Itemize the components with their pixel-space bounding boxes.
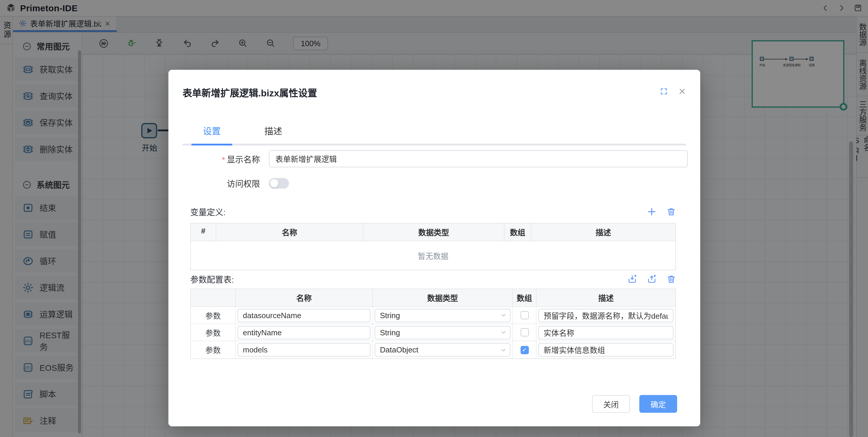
param-type: 参数 bbox=[191, 324, 236, 341]
tab-settings[interactable]: 设置 bbox=[191, 124, 232, 144]
tab-active-indicator bbox=[191, 144, 232, 145]
display-name-label: *显示名称 bbox=[183, 153, 260, 165]
display-name-row: *显示名称 bbox=[183, 150, 688, 167]
properties-modal: 表单新增扩展逻辑.bizx属性设置 设置 描述 *显示名称 访问权限 变量定义: bbox=[168, 70, 700, 426]
close-button[interactable]: 关闭 bbox=[592, 395, 630, 413]
params-label: 参数配置表: bbox=[190, 273, 234, 285]
variables-header-row: # 名称 数据类型 数组 描述 bbox=[191, 224, 675, 241]
param-array-checkbox[interactable] bbox=[520, 328, 529, 337]
variables-label: 变量定义: bbox=[190, 206, 226, 217]
chevron-down-icon bbox=[500, 312, 506, 318]
import-icon[interactable] bbox=[627, 274, 637, 284]
col-name: 名称 bbox=[236, 289, 373, 307]
param-row: 参数 String bbox=[191, 324, 675, 341]
col-array: 数组 bbox=[505, 224, 531, 241]
params-header-row: 名称 数据类型 数组 描述 bbox=[191, 289, 675, 307]
access-toggle[interactable] bbox=[269, 178, 289, 188]
chevron-down-icon bbox=[500, 347, 506, 353]
col-description: 描述 bbox=[531, 224, 675, 241]
confirm-button[interactable]: 确定 bbox=[639, 395, 677, 413]
params-section-head: 参数配置表: bbox=[190, 273, 676, 285]
param-datatype-select[interactable]: String bbox=[375, 309, 510, 322]
close-icon[interactable] bbox=[678, 88, 686, 95]
col-type bbox=[191, 289, 236, 307]
variables-actions bbox=[647, 207, 676, 216]
access-label: 访问权限 bbox=[183, 177, 260, 189]
primeton-ide-app: Primeton-IDE 资源 表单新增扩展逻辑.bizx bbox=[0, 0, 868, 437]
param-name-input[interactable] bbox=[238, 309, 370, 322]
access-row: 访问权限 bbox=[183, 177, 289, 189]
col-datatype: 数据类型 bbox=[363, 224, 505, 241]
param-array-checkbox[interactable] bbox=[520, 311, 529, 319]
param-desc-input[interactable] bbox=[538, 309, 674, 322]
param-row: 参数 DataObject bbox=[191, 341, 675, 358]
param-datatype-select[interactable]: String bbox=[375, 325, 510, 339]
modal-window-buttons bbox=[660, 88, 686, 95]
fullscreen-icon[interactable] bbox=[660, 88, 668, 95]
export-icon[interactable] bbox=[647, 274, 656, 284]
params-table: 名称 数据类型 数组 描述 参数 String 参数 String 参数 bbox=[190, 289, 676, 359]
required-mark: * bbox=[222, 155, 225, 164]
modal-title: 表单新增扩展逻辑.bizx属性设置 bbox=[183, 85, 317, 99]
display-name-input[interactable] bbox=[269, 150, 688, 167]
param-desc-input[interactable] bbox=[538, 343, 674, 356]
param-array-checkbox[interactable] bbox=[520, 346, 529, 354]
delete-param-icon[interactable] bbox=[666, 274, 676, 284]
col-name: 名称 bbox=[216, 224, 363, 241]
empty-state: 暂无数据 bbox=[191, 241, 675, 270]
param-name-input[interactable] bbox=[238, 325, 370, 339]
screen: Primeton-IDE 资源 表单新增扩展逻辑.bizx bbox=[0, 0, 868, 437]
col-datatype: 数据类型 bbox=[373, 289, 513, 307]
modal-footer: 关闭 确定 bbox=[592, 395, 677, 413]
param-row: 参数 String bbox=[191, 307, 675, 324]
param-name-input[interactable] bbox=[238, 343, 370, 356]
param-type: 参数 bbox=[191, 307, 236, 324]
tab-description[interactable]: 描述 bbox=[253, 124, 294, 144]
variables-section-head: 变量定义: bbox=[190, 206, 676, 217]
tab-track bbox=[183, 144, 686, 145]
variables-table: # 名称 数据类型 数组 描述 暂无数据 bbox=[190, 223, 676, 270]
param-desc-input[interactable] bbox=[538, 325, 674, 339]
params-actions bbox=[627, 274, 676, 284]
col-index: # bbox=[191, 224, 216, 241]
add-variable-icon[interactable] bbox=[647, 207, 656, 216]
modal-tabs: 设置 描述 bbox=[183, 124, 686, 145]
param-type: 参数 bbox=[191, 341, 236, 358]
col-array: 数组 bbox=[513, 289, 536, 307]
param-datatype-select[interactable]: DataObject bbox=[375, 343, 510, 356]
col-description: 描述 bbox=[536, 289, 675, 307]
toggle-knob bbox=[270, 179, 278, 187]
delete-variable-icon[interactable] bbox=[666, 207, 676, 216]
chevron-down-icon bbox=[500, 329, 506, 335]
